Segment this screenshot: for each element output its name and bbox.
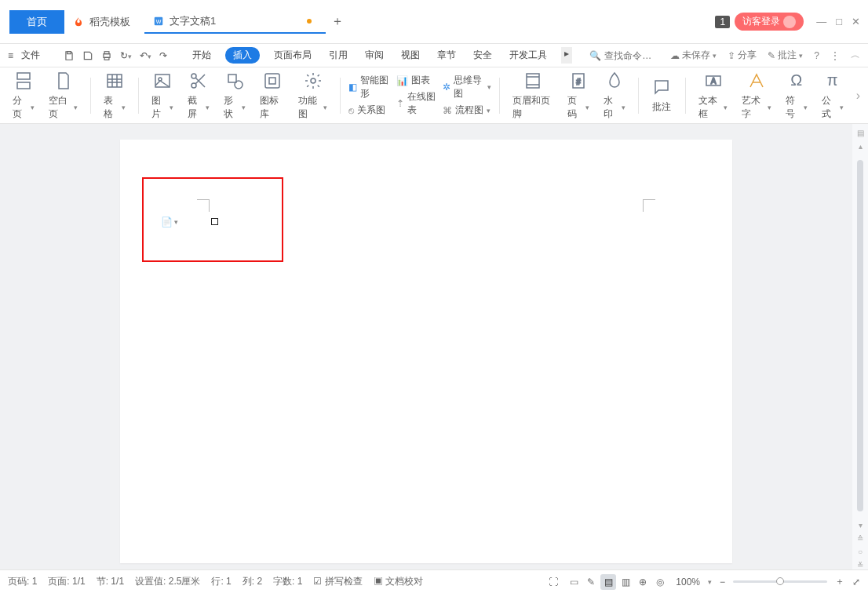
prev-page-icon[interactable]: ≙ [857, 534, 863, 543]
status-section[interactable]: 节: 1/1 [97, 575, 124, 588]
maximize-button[interactable]: □ [836, 16, 842, 27]
rib-symbol[interactable]: Ω 符号▾ [781, 71, 812, 121]
view-page-icon[interactable]: ▤ [600, 574, 616, 590]
svg-rect-2 [67, 51, 71, 53]
share-button[interactable]: ⇪ 分享 [728, 49, 757, 62]
rib-wordart[interactable]: 艺术字▾ [737, 71, 775, 121]
tab-start[interactable]: 开始 [189, 47, 214, 64]
status-docproof[interactable]: ▣ 文档校对 [374, 575, 423, 588]
unsaved-button[interactable]: ☁ 未保存▾ [670, 49, 717, 62]
rib-blank-page[interactable]: 空白页▾ [44, 71, 82, 121]
tab-ref[interactable]: 引用 [326, 47, 351, 64]
tab-devtools[interactable]: 开发工具 [506, 47, 550, 64]
tab-view[interactable]: 视图 [398, 47, 423, 64]
rib-table-label: 表格 [104, 94, 120, 121]
status-page-no[interactable]: 页码: 1 [8, 575, 37, 588]
tab-review[interactable]: 审阅 [362, 47, 387, 64]
pi-icon: π [822, 71, 843, 91]
rib-shapes[interactable]: 形状▾ [219, 71, 250, 121]
view-read-icon[interactable]: ▭ [566, 574, 582, 590]
svg-rect-3 [104, 53, 110, 57]
page-insert-icon[interactable]: 📄▾ [161, 216, 178, 227]
ribbon-more-icon[interactable]: › [856, 89, 860, 103]
toolbox-icon[interactable]: ▤ [857, 129, 864, 137]
annotate-button[interactable]: ✎ 批注▾ [768, 49, 803, 62]
kebab-icon[interactable]: ⋮ [830, 50, 840, 61]
save-icon[interactable] [64, 50, 75, 61]
view-focus-icon[interactable]: ◎ [652, 574, 668, 590]
file-menu[interactable]: 文件 [21, 49, 40, 62]
rib-screenshot[interactable]: 截屏▾ [183, 71, 214, 121]
close-button[interactable]: ✕ [852, 16, 860, 27]
tab-layout[interactable]: 页面布局 [271, 47, 315, 64]
rib-picture[interactable]: 图片▾ [147, 71, 178, 121]
command-search[interactable]: 🔍 [589, 50, 659, 61]
rib-equation[interactable]: π 公式▾ [817, 71, 848, 121]
rib-online-chart[interactable]: ⇡在线图表 [396, 90, 439, 117]
rib-header-footer-label: 页眉和页脚 [512, 94, 553, 121]
rib-page-break[interactable]: 分页▾ [8, 71, 39, 121]
hamburger-icon[interactable]: ≡ [8, 50, 13, 61]
svg-rect-7 [17, 82, 30, 89]
rib-features[interactable]: 功能图▾ [294, 71, 332, 121]
new-tab-button[interactable]: ＋ [326, 13, 349, 30]
tab-document[interactable]: W 文字文稿1 [144, 10, 326, 34]
scroll-thumb[interactable] [857, 160, 863, 511]
refresh-icon[interactable]: ↻▾ [120, 50, 132, 61]
status-chars[interactable]: 字数: 1 [273, 575, 302, 588]
minimize-button[interactable]: — [816, 16, 826, 27]
fit-screen-icon[interactable]: ⤢ [852, 577, 860, 588]
scroll-down-icon[interactable]: ▾ [859, 521, 863, 529]
print-preview-icon[interactable] [82, 50, 93, 61]
tab-section[interactable]: 章节 [434, 47, 459, 64]
view-outline-icon[interactable]: ▥ [618, 574, 633, 590]
zoom-value[interactable]: 100% [676, 577, 700, 588]
icon-library-icon [262, 71, 283, 91]
rib-flowchart[interactable]: ⌘流程图▾ [443, 104, 491, 117]
nav-circle-icon[interactable]: ○ [858, 548, 863, 556]
rib-graphics-group: ◧智能图形 ⎋关系图 [348, 74, 392, 117]
unsaved-dot-icon [307, 19, 312, 24]
fullscreen-icon[interactable]: ⛶ [549, 577, 558, 588]
status-page-of[interactable]: 页面: 1/1 [48, 575, 85, 588]
login-button[interactable]: 访客登录 [735, 13, 804, 31]
undo-icon[interactable]: ↶▾ [140, 50, 151, 61]
rib-chart[interactable]: 📊图表 [396, 74, 439, 87]
view-edit-icon[interactable]: ✎ [583, 574, 599, 590]
status-spellcheck[interactable]: ☑ 拼写检查 [313, 575, 362, 588]
rib-table[interactable]: 表格▾ [99, 71, 130, 121]
rib-smart-graphics[interactable]: ◧智能图形 [348, 74, 392, 100]
redo-icon[interactable]: ↷ [159, 50, 167, 61]
zoom-slider[interactable] [733, 580, 827, 583]
zoom-in-button[interactable]: ＋ [835, 575, 844, 588]
zoom-out-button[interactable]: − [720, 577, 725, 588]
rib-watermark[interactable]: 水印▾ [599, 71, 630, 121]
rib-mindmap[interactable]: ✲思维导图▾ [443, 74, 491, 100]
tab-insert[interactable]: 插入 [225, 47, 260, 64]
search-input[interactable] [604, 50, 659, 61]
rib-textbox[interactable]: A 文本框▾ [694, 71, 732, 121]
menubar: ≡ 文件 ↻▾ ↶▾ ↷ 开始 插入 页面布局 引用 审阅 视图 章节 安全 开… [0, 44, 868, 67]
next-page-icon[interactable]: ≚ [857, 561, 863, 569]
scrollbar-vertical[interactable]: ▤ ▴ ▾ ≙ ○ ≚ [852, 124, 868, 569]
rib-page-number[interactable]: # 页码▾ [563, 71, 594, 121]
svg-text:#: # [576, 78, 581, 86]
rib-relation[interactable]: ⎋关系图 [348, 104, 392, 117]
more-tabs-icon[interactable]: ▸ [561, 47, 572, 64]
tab-home[interactable]: 首页 [9, 10, 64, 34]
tab-security[interactable]: 安全 [470, 47, 495, 64]
rib-header-footer[interactable]: 页眉和页脚 [508, 71, 558, 121]
tab-templates[interactable]: 稻壳模板 [64, 10, 144, 34]
notification-badge[interactable]: 1 [715, 16, 730, 28]
blank-page-icon [53, 71, 74, 91]
print-icon[interactable] [101, 50, 112, 61]
svg-rect-13 [228, 75, 236, 82]
document-page[interactable]: 📄▾ [120, 140, 732, 563]
collapse-ribbon-icon[interactable]: ︿ [851, 49, 860, 62]
help-icon[interactable]: ? [814, 50, 819, 61]
rib-icon-lib[interactable]: 图标库 [255, 71, 289, 121]
wordart-icon [746, 71, 767, 91]
rib-comment[interactable]: 批注 [646, 77, 677, 114]
view-web-icon[interactable]: ⊕ [635, 574, 651, 590]
scroll-up-icon[interactable]: ▴ [859, 142, 863, 151]
